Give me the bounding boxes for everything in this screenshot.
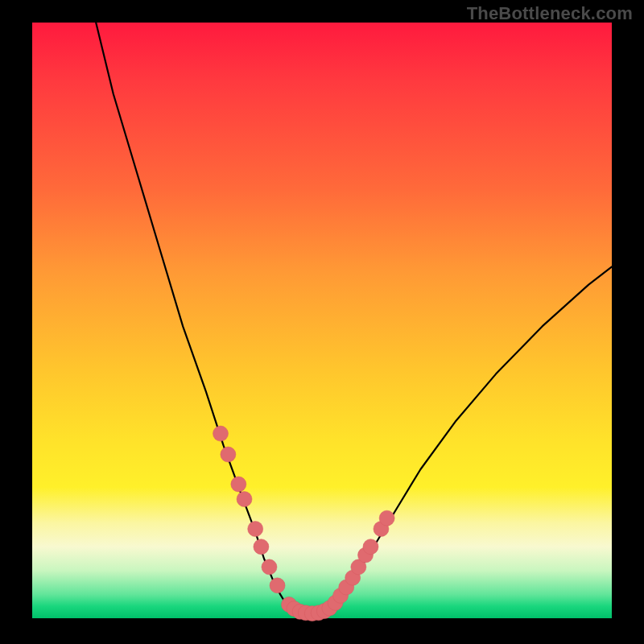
data-marker <box>231 477 246 492</box>
plot-frame <box>32 23 612 618</box>
data-marker <box>248 522 263 537</box>
watermark-text: TheBottleneck.com <box>467 3 633 24</box>
data-marker <box>237 492 252 507</box>
curve-left-branch <box>96 23 289 609</box>
data-marker <box>270 578 285 593</box>
data-marker <box>379 510 394 526</box>
data-marker <box>262 559 277 575</box>
chart-stage: TheBottleneck.com <box>0 0 644 644</box>
data-marker <box>221 447 236 462</box>
data-marker <box>213 426 229 441</box>
marker-group <box>213 426 395 621</box>
chart-overlay-svg <box>32 23 612 618</box>
data-marker <box>254 539 269 555</box>
data-marker <box>363 539 378 555</box>
curve-right-branch <box>332 266 612 609</box>
